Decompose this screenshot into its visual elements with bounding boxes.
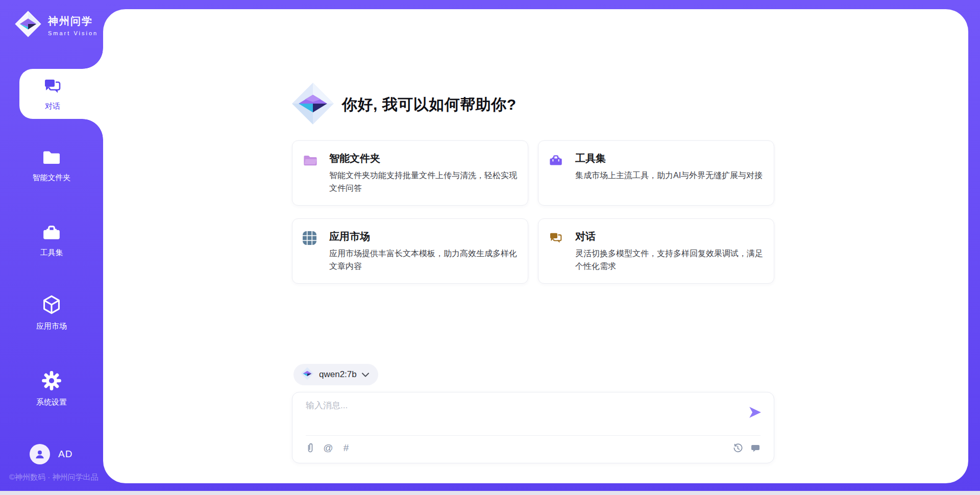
card-title: 对话 xyxy=(575,230,596,243)
sidebar-item-app-market[interactable]: 应用市场 xyxy=(0,294,103,331)
user-profile[interactable]: AD xyxy=(30,444,72,464)
chat-bubbles-icon xyxy=(43,77,62,98)
brand-text: 神州问学 Smart Vision xyxy=(48,14,98,36)
send-icon xyxy=(748,406,762,418)
user-initials: AD xyxy=(58,449,72,460)
mention-icon[interactable]: @ xyxy=(323,442,334,454)
grid-icon xyxy=(303,231,316,247)
toolbox-icon xyxy=(549,153,563,169)
sidebar-item-chat[interactable]: 对话 xyxy=(19,69,103,119)
chevron-down-icon xyxy=(362,370,369,379)
card-title: 应用市场 xyxy=(329,230,370,243)
message-input[interactable] xyxy=(306,400,740,429)
tab-fillet-top xyxy=(83,48,103,69)
card-toolset[interactable]: 工具集 集成市场上主流工具，助力AI与外界无缝扩展与对接 xyxy=(538,140,774,206)
brand-diamond-icon xyxy=(291,82,335,128)
hash-icon[interactable]: # xyxy=(340,442,352,454)
sidebar-item-settings[interactable]: 系统设置 xyxy=(0,370,103,407)
send-button[interactable] xyxy=(747,405,763,420)
brand: 神州问学 Smart Vision xyxy=(14,10,98,40)
toolbox-icon xyxy=(42,223,61,243)
folder-icon xyxy=(303,153,318,169)
card-description: 集成市场上主流工具，助力AI与外界无缝扩展与对接 xyxy=(575,169,768,182)
composer-divider xyxy=(306,435,761,436)
card-app-market[interactable]: 应用市场 应用市场提供丰富长文本模板，助力高效生成多样化文章内容 xyxy=(292,218,528,284)
sidebar-item-label: 对话 xyxy=(45,102,60,111)
gear-icon xyxy=(41,370,62,393)
greeting-text: 你好, 我可以如何帮助你? xyxy=(342,94,517,115)
copyright-text: ©神州数码 · 神州问学出品 xyxy=(9,473,98,482)
sidebar-item-label: 工具集 xyxy=(40,248,63,258)
card-title: 工具集 xyxy=(575,152,606,165)
card-description: 应用市场提供丰富长文本模板，助力高效生成多样化文章内容 xyxy=(329,247,522,273)
brand-name: 神州问学 xyxy=(48,14,98,28)
chat-bubbles-icon xyxy=(549,231,563,247)
card-chat[interactable]: 对话 灵活切换多模型文件，支持多样回复效果调试，满足个性化需求 xyxy=(538,218,774,284)
brand-diamond-icon xyxy=(14,10,42,40)
bottom-strip xyxy=(0,491,980,495)
card-title: 智能文件夹 xyxy=(329,152,380,165)
folder-icon xyxy=(42,148,61,168)
model-selector-value: qwen2:7b xyxy=(319,369,357,380)
brand-subtitle: Smart Vision xyxy=(48,30,98,36)
composer-tools-left: @ # xyxy=(305,442,352,454)
sidebar-item-label: 智能文件夹 xyxy=(33,173,71,183)
sidebar-item-label: 系统设置 xyxy=(36,398,67,407)
tab-fillet-bottom xyxy=(83,119,103,139)
feedback-icon[interactable] xyxy=(750,442,762,454)
cube-icon xyxy=(41,294,62,317)
card-description: 灵活切换多模型文件，支持多样回复效果调试，满足个性化需求 xyxy=(575,247,768,273)
composer-tools-right xyxy=(732,442,762,454)
card-smart-folder[interactable]: 智能文件夹 智能文件夹功能支持批量文件上传与清洗，轻松实现文件问答 xyxy=(292,140,528,206)
hero: 你好, 我可以如何帮助你? xyxy=(291,82,517,128)
sidebar-item-label: 应用市场 xyxy=(36,321,67,331)
sidebar-item-smart-folder[interactable]: 智能文件夹 xyxy=(0,148,103,183)
attachment-icon[interactable] xyxy=(305,442,316,454)
history-icon[interactable] xyxy=(732,442,743,454)
app-root: 神州问学 Smart Vision 对话 智能文件夹 xyxy=(0,0,980,495)
message-composer: @ # xyxy=(292,392,774,463)
card-description: 智能文件夹功能支持批量文件上传与清洗，轻松实现文件问答 xyxy=(329,169,522,195)
brand-diamond-icon xyxy=(301,367,314,382)
sidebar-item-toolset[interactable]: 工具集 xyxy=(0,223,103,258)
person-icon xyxy=(34,449,45,460)
avatar xyxy=(30,444,50,464)
model-selector[interactable]: qwen2:7b xyxy=(293,364,378,385)
